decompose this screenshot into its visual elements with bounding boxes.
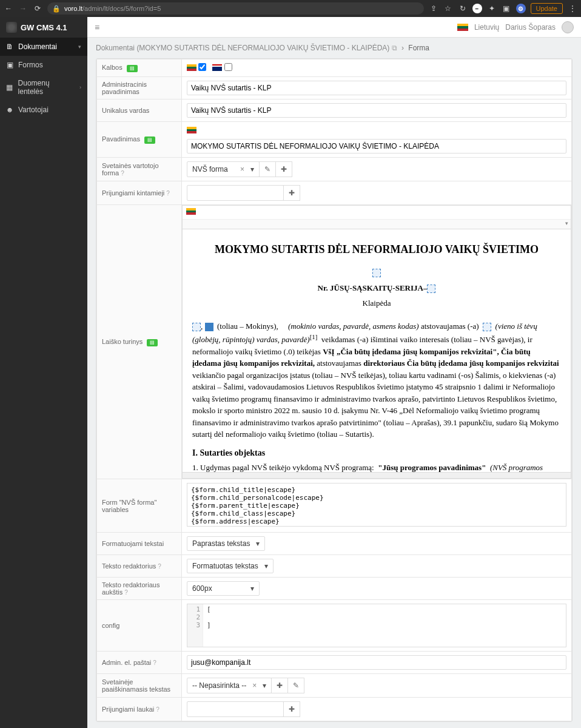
input-admin-name[interactable]	[187, 81, 566, 95]
back-button[interactable]: ←	[4, 4, 13, 13]
sidebar-item-label: Duomenų lentelės	[18, 79, 75, 96]
file-icon: 🗎	[6, 43, 13, 50]
help-icon[interactable]: ?	[124, 589, 128, 596]
panel-icon[interactable]: ▣	[502, 4, 511, 13]
checkbox-lt[interactable]	[198, 63, 206, 71]
field-kalbos	[182, 59, 572, 77]
sidebar-item-duomenu[interactable]: ▦ Duomenų lentelės ›	[0, 74, 87, 101]
lang-badge-icon: ▤	[144, 136, 155, 144]
label-user-form: Svetainės vartotojo forma?	[97, 158, 182, 181]
help-icon[interactable]: ?	[158, 563, 161, 570]
input-pavadinimas[interactable]	[187, 139, 566, 153]
edit-button[interactable]: ✎	[259, 161, 276, 177]
chevron-down-icon: ▾	[78, 44, 81, 50]
reload-button[interactable]: ⟳	[33, 4, 42, 13]
language-label[interactable]: Lietuvių	[474, 23, 499, 32]
label-pavadinimas: Pavadinimas ▤	[97, 122, 182, 158]
code-editor-config[interactable]: 123 [ ]	[187, 604, 566, 647]
select-format-texts[interactable]: Paprastas tekstas▾	[187, 536, 265, 551]
menu-icon[interactable]: ⋮	[568, 4, 577, 13]
checkbox-en[interactable]	[224, 63, 232, 71]
label-kalbos: Kalbos ▤	[97, 59, 182, 77]
flag-lt-icon	[187, 127, 196, 133]
flag-lt-icon	[187, 64, 196, 71]
help-icon[interactable]: ?	[166, 190, 170, 197]
topbar: ≡ Lietuvių Darius Šoparas	[87, 17, 581, 38]
sync-icon[interactable]: ↻	[458, 4, 468, 13]
copy-icon[interactable]: ⧉	[392, 44, 397, 52]
lang-badge-icon: ▤	[127, 65, 138, 72]
select-user-form[interactable]: NVŠ forma × ▾	[187, 161, 260, 177]
sidebar-item-dokumentai[interactable]: 🗎 Dokumentai ▾	[0, 38, 87, 56]
label-variables: Prijungiami kintamieji?	[97, 181, 182, 205]
help-icon[interactable]: ?	[121, 170, 124, 177]
form-panel: Kalbos ▤ Administracinis pavadinimas	[96, 58, 573, 722]
table-icon: ▦	[6, 84, 13, 91]
placeholder-icon	[483, 323, 491, 331]
breadcrumb-parent[interactable]: (MOKYMO SUTARTIS DĖL NEFORMALIOJO VAIKŲ …	[136, 44, 389, 52]
app-logo: GW CMS 4.1	[0, 17, 87, 38]
sidebar-item-vartotojai[interactable]: ☻ Vartotojai	[0, 101, 87, 119]
help-icon[interactable]: ?	[156, 706, 160, 713]
url-bar[interactable]: 🔒 voro.lt/admin/lt/docs/5/form?id=5	[47, 2, 424, 15]
label-form-vars: Form "NVŠ forma" variables	[97, 479, 182, 533]
share-icon[interactable]: ⇪	[429, 4, 438, 13]
logo-mark-icon	[6, 22, 17, 33]
sidebar-item-label: Vartotojai	[18, 106, 49, 114]
caret-down-icon: ▾	[263, 681, 266, 690]
label-admin-emails: Admin. el. paštai?	[97, 652, 182, 674]
user-name[interactable]: Darius Šoparas	[505, 23, 556, 32]
zoom-minus-icon[interactable]: −	[472, 4, 482, 13]
lang-badge-icon: ▤	[147, 339, 158, 346]
doc-h-i: I. Sutarties objektas	[192, 447, 561, 459]
extensions-icon[interactable]: ✦	[487, 4, 497, 13]
sidebar-item-formos[interactable]: ▣ Formos	[0, 56, 87, 74]
clear-icon[interactable]: ×	[252, 681, 257, 690]
rich-text-editor: MOKYMO SUTARTIS DĖL NEFORMALIOJO VAIKŲ Š…	[182, 205, 571, 479]
rte-body[interactable]: MOKYMO SUTARTIS DĖL NEFORMALIOJO VAIKŲ Š…	[183, 229, 571, 472]
label-editor-height: Teksto redaktoriaus aukštis?	[97, 578, 182, 600]
update-button[interactable]: Update	[531, 3, 563, 14]
breadcrumb: Dokumentai (MOKYMO SUTARTIS DĖL NEFORMAL…	[87, 38, 581, 58]
avatar-icon[interactable]	[562, 21, 574, 33]
edit-button[interactable]: ✎	[287, 678, 304, 693]
caret-down-icon: ▾	[256, 539, 260, 548]
add-button[interactable]: ✚	[275, 161, 292, 177]
user-icon: ☻	[6, 106, 13, 113]
input-unique-name[interactable]	[187, 103, 566, 118]
select-variables[interactable]	[187, 185, 284, 201]
forward-button[interactable]: →	[18, 4, 28, 13]
profile-icon[interactable]: ⚙	[516, 4, 526, 13]
caret-down-icon: ▾	[250, 584, 254, 593]
input-admin-emails[interactable]	[187, 655, 566, 670]
add-button[interactable]: ✚	[283, 701, 300, 717]
label-attached-fields: Prijungiami laukai?	[97, 698, 182, 721]
hamburger-icon[interactable]: ≡	[95, 22, 99, 32]
placeholder-icon	[205, 323, 213, 331]
add-button[interactable]: ✚	[283, 185, 300, 201]
select-text-editor[interactable]: Formatuotas tekstas▾	[187, 559, 274, 573]
flag-lt-icon	[186, 208, 196, 215]
select-editor-height[interactable]: 600px▾	[187, 581, 260, 596]
label-content: Laiško turinys ▤	[97, 205, 182, 479]
select-explain-text[interactable]: -- Nepasirinkta -- × ▾	[187, 678, 272, 693]
rte-toolbar[interactable]	[183, 220, 571, 229]
form-icon: ▣	[6, 61, 13, 69]
textarea-form-vars[interactable]	[187, 483, 566, 527]
sidebar-item-label: Formos	[18, 61, 43, 69]
horizontal-scrollbar[interactable]	[183, 472, 571, 478]
field-pavadinimas	[182, 122, 572, 158]
caret-down-icon: ▾	[264, 562, 268, 570]
clear-icon[interactable]: ×	[240, 165, 244, 174]
label-format-texts: Formatuojami tekstai	[97, 533, 182, 555]
flag-en-icon	[212, 64, 222, 71]
star-icon[interactable]: ☆	[443, 4, 453, 13]
help-icon[interactable]: ?	[153, 659, 156, 666]
select-attached-fields[interactable]	[187, 701, 284, 717]
browser-chrome: ← → ⟳ 🔒 voro.lt/admin/lt/docs/5/form?id=…	[0, 0, 581, 17]
lock-icon: 🔒	[52, 5, 61, 13]
add-button[interactable]: ✚	[271, 678, 288, 693]
placeholder-icon	[372, 269, 381, 277]
doc-city: Klaipėda	[192, 297, 561, 309]
breadcrumb-root[interactable]: Dokumentai	[96, 44, 135, 52]
